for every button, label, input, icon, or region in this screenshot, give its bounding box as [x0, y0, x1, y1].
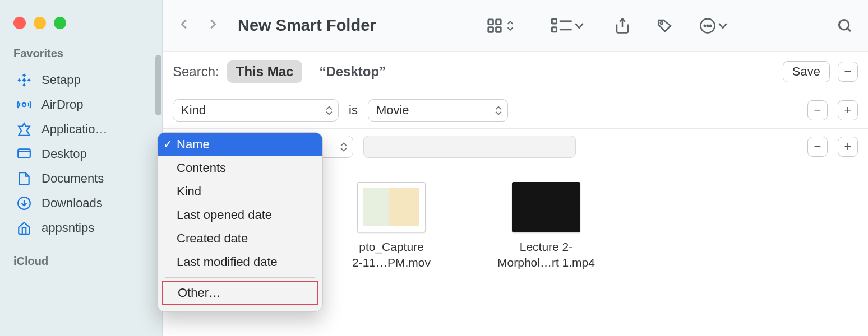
svg-point-23: [710, 25, 712, 26]
search-label: Search:: [173, 64, 219, 80]
sidebar-item-downloads[interactable]: Downloads: [0, 191, 162, 216]
sidebar-scrollbar[interactable]: [155, 55, 161, 115]
criteria-value-select[interactable]: Movie: [368, 99, 508, 122]
sidebar-item-label: Downloads: [41, 196, 103, 211]
window-title: New Smart Folder: [238, 16, 376, 35]
file-thumbnail: [357, 182, 426, 232]
popover-option-last-modified[interactable]: Last modified date: [158, 250, 322, 274]
svg-rect-10: [488, 19, 493, 24]
svg-rect-2: [17, 78, 21, 82]
documents-icon: [16, 171, 33, 186]
sidebar-item-label: appsntips: [41, 221, 94, 235]
file-item[interactable]: pto_Capture2-11…PM.mov: [330, 182, 453, 270]
chevron-updown-icon: [340, 142, 347, 152]
toolbar: New Smart Folder: [163, 0, 868, 52]
search-button[interactable]: [837, 17, 853, 34]
file-name: pto_Capture2-11…PM.mov: [333, 239, 450, 270]
criteria-operator-text: is: [349, 103, 358, 118]
svg-rect-0: [22, 73, 26, 77]
svg-rect-13: [496, 27, 501, 32]
popover-separator: [165, 277, 315, 278]
sidebar: Favorites Setapp AirDrop Applicatio… Des…: [0, 0, 163, 336]
chevron-updown-icon: [326, 106, 333, 115]
sidebar-item-desktop[interactable]: Desktop: [0, 142, 162, 166]
select-value: Movie: [376, 103, 409, 118]
fullscreen-window-button[interactable]: [54, 17, 66, 29]
svg-rect-15: [552, 27, 557, 31]
share-button[interactable]: [614, 17, 631, 35]
search-scope-bar: Search: This Mac Desktop Save −: [163, 52, 868, 92]
criteria-attribute-select[interactable]: Kind: [173, 99, 339, 122]
criteria-row: Kind is Movie − +: [163, 92, 868, 129]
applications-icon: [16, 122, 33, 137]
svg-rect-4: [22, 78, 26, 82]
popover-option-contents[interactable]: Contents: [158, 156, 322, 180]
collapse-search-button[interactable]: −: [838, 62, 858, 82]
add-criteria-button[interactable]: +: [838, 100, 858, 120]
sidebar-item-label: AirDrop: [41, 97, 84, 112]
remove-criteria-button[interactable]: −: [807, 100, 828, 120]
minimize-window-button[interactable]: [34, 17, 46, 29]
sidebar-item-documents[interactable]: Documents: [0, 166, 162, 191]
criteria-attribute-popover: Name Contents Kind Last opened date Crea…: [157, 132, 323, 312]
chevron-updown-icon: [495, 106, 502, 115]
file-thumbnail: [512, 182, 580, 232]
popover-option-name[interactable]: Name: [158, 133, 322, 156]
sidebar-item-applications[interactable]: Applicatio…: [0, 117, 162, 142]
popover-option-created[interactable]: Created date: [158, 227, 322, 250]
file-item[interactable]: Lecture 2-Morphol…rt 1.mp4: [484, 182, 608, 270]
view-button[interactable]: [485, 17, 514, 34]
svg-rect-3: [27, 78, 31, 82]
svg-rect-12: [488, 27, 493, 32]
airdrop-icon: [16, 97, 33, 112]
setapp-icon: [16, 73, 33, 87]
svg-rect-14: [552, 18, 557, 23]
popover-option-kind[interactable]: Kind: [158, 180, 322, 203]
tags-button[interactable]: [657, 17, 673, 34]
svg-point-21: [704, 25, 706, 26]
sidebar-item-label: Documents: [41, 171, 104, 186]
back-button[interactable]: [178, 16, 191, 35]
actions-button[interactable]: [699, 17, 727, 34]
forward-button[interactable]: [206, 16, 219, 35]
sidebar-item-label: Setapp: [41, 73, 81, 87]
sidebar-section-favorites: Favorites: [0, 44, 162, 68]
svg-point-24: [839, 20, 849, 30]
criteria-value-input[interactable]: [363, 136, 576, 158]
select-value: Kind: [181, 103, 206, 118]
add-criteria-button[interactable]: +: [838, 137, 858, 157]
sidebar-item-airdrop[interactable]: AirDrop: [0, 92, 162, 117]
sidebar-section-icloud: iCloud: [0, 240, 162, 276]
scope-this-mac[interactable]: This Mac: [227, 60, 303, 83]
close-window-button[interactable]: [13, 17, 26, 29]
svg-point-19: [661, 22, 663, 24]
scope-desktop[interactable]: Desktop: [310, 60, 395, 83]
svg-line-25: [847, 28, 851, 31]
desktop-icon: [16, 147, 33, 161]
window-controls: [0, 8, 162, 44]
sidebar-item-home[interactable]: appsntips: [0, 216, 162, 240]
svg-rect-1: [22, 83, 26, 87]
remove-criteria-button[interactable]: −: [807, 137, 828, 157]
svg-rect-6: [18, 149, 30, 157]
svg-point-5: [22, 103, 26, 107]
svg-rect-11: [496, 19, 501, 24]
file-name: Lecture 2-Morphol…rt 1.mp4: [487, 239, 605, 270]
sidebar-item-setapp[interactable]: Setapp: [0, 68, 162, 92]
popover-option-other[interactable]: Other…: [162, 281, 318, 305]
sidebar-item-label: Applicatio…: [41, 122, 107, 137]
group-button[interactable]: [551, 17, 584, 34]
sidebar-item-label: Desktop: [41, 147, 87, 161]
svg-point-22: [707, 25, 709, 26]
save-button[interactable]: Save: [783, 61, 830, 82]
downloads-icon: [16, 196, 33, 211]
popover-option-last-opened[interactable]: Last opened date: [158, 203, 322, 227]
home-icon: [16, 221, 33, 235]
